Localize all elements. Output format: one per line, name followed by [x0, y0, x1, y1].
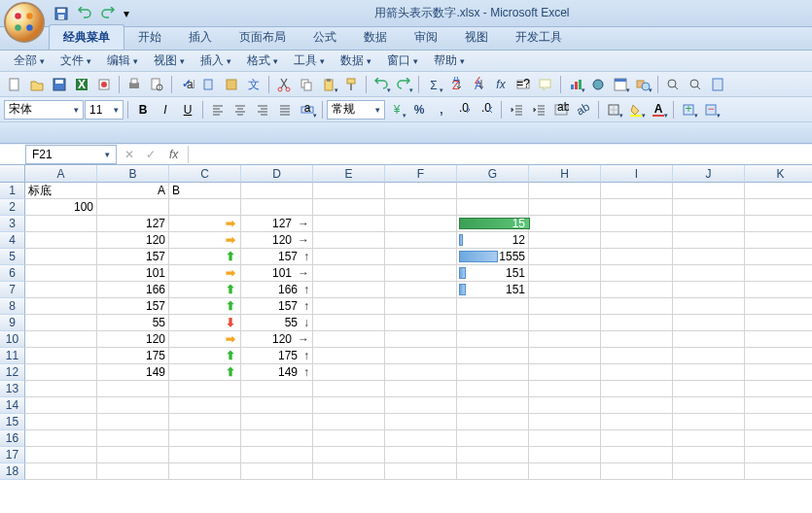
tab-data[interactable]: 数据 [350, 25, 401, 50]
cell-J2[interactable] [673, 199, 745, 216]
cell-J16[interactable] [673, 430, 745, 447]
cell-E16[interactable] [313, 430, 385, 447]
col-header-B[interactable]: B [97, 165, 169, 183]
cell-A4[interactable] [25, 232, 97, 249]
row-header-14[interactable]: 14 [0, 397, 25, 414]
cell-J4[interactable] [673, 232, 745, 249]
undo-icon[interactable] [74, 3, 95, 24]
tab-developer[interactable]: 开发工具 [502, 25, 576, 50]
fx-icon[interactable]: fx [163, 148, 184, 161]
cell-C2[interactable] [169, 199, 241, 216]
cell-G13[interactable] [457, 381, 529, 397]
row-header-2[interactable]: 2 [0, 199, 25, 216]
cell-C13[interactable] [169, 381, 241, 397]
save-icon[interactable] [49, 74, 70, 95]
open-icon[interactable] [26, 74, 48, 95]
col-header-D[interactable]: D [241, 165, 313, 183]
cell-J14[interactable] [673, 397, 745, 414]
decrease-indent-icon[interactable] [506, 99, 527, 120]
cell-K16[interactable] [745, 430, 812, 447]
cell-B1[interactable]: A [97, 183, 169, 199]
cell-I17[interactable] [601, 447, 673, 463]
row-header-4[interactable]: 4 [0, 232, 25, 249]
undo-icon[interactable] [371, 74, 392, 95]
cell-E11[interactable] [313, 348, 385, 364]
insert-cells-icon[interactable]: + [678, 99, 699, 120]
cell-K1[interactable] [745, 183, 812, 199]
cell-B6[interactable]: 101 [97, 265, 169, 282]
tab-page-layout[interactable]: 页面布局 [226, 25, 300, 50]
cell-H17[interactable] [529, 447, 601, 463]
cell-B11[interactable]: 175 [97, 348, 169, 364]
cell-J7[interactable] [673, 282, 745, 298]
col-header-K[interactable]: K [745, 165, 812, 183]
cell-G12[interactable] [457, 364, 529, 381]
cell-I15[interactable] [601, 414, 673, 430]
cell-F6[interactable] [385, 265, 457, 282]
cell-A7[interactable] [25, 282, 97, 298]
row-header-6[interactable]: 6 [0, 265, 25, 282]
cell-C4[interactable]: ➡ [169, 232, 241, 249]
cell-I8[interactable] [601, 298, 673, 315]
cell-B16[interactable] [97, 430, 169, 447]
cell-F12[interactable] [385, 364, 457, 381]
cell-A6[interactable] [25, 265, 97, 282]
redo-icon[interactable] [97, 3, 119, 24]
cell-A16[interactable] [25, 430, 97, 447]
cell-H14[interactable] [529, 397, 601, 414]
cell-F3[interactable] [385, 216, 457, 232]
cell-F15[interactable] [385, 414, 457, 430]
cell-K9[interactable] [745, 315, 812, 331]
cell-I2[interactable] [601, 199, 673, 216]
zoom-in-icon[interactable] [662, 74, 684, 95]
cell-K8[interactable] [745, 298, 812, 315]
name-box[interactable]: F21 [25, 145, 117, 164]
cell-J12[interactable] [673, 364, 745, 381]
cell-A2[interactable]: 100 [25, 199, 97, 216]
cell-I14[interactable] [601, 397, 673, 414]
cell-H15[interactable] [529, 414, 601, 430]
cell-E15[interactable] [313, 414, 385, 430]
cell-C3[interactable]: ➡ [169, 216, 241, 232]
cell-F9[interactable] [385, 315, 457, 331]
cell-B3[interactable]: 127 [97, 216, 169, 232]
cell-I11[interactable] [601, 348, 673, 364]
tab-formula[interactable]: 公式 [300, 25, 350, 50]
cell-F16[interactable] [385, 430, 457, 447]
cell-B13[interactable] [97, 381, 169, 397]
cell-G14[interactable] [457, 397, 529, 414]
cell-J18[interactable] [673, 463, 745, 480]
cell-G15[interactable] [457, 414, 529, 430]
cell-K15[interactable] [745, 414, 812, 430]
cell-A10[interactable] [25, 331, 97, 348]
show-formulas-icon[interactable]: =? [512, 74, 534, 95]
cell-E14[interactable] [313, 397, 385, 414]
cell-D10[interactable]: 120→ [241, 331, 313, 348]
cell-B2[interactable] [97, 199, 169, 216]
cell-A15[interactable] [25, 414, 97, 430]
excel-icon[interactable]: X [71, 74, 92, 95]
orientation-icon[interactable]: ab [573, 99, 594, 120]
tab-review[interactable]: 审阅 [401, 25, 451, 50]
cell-B17[interactable] [97, 447, 169, 463]
align-left-icon[interactable] [207, 99, 229, 120]
cell-A3[interactable] [25, 216, 97, 232]
menu-tools[interactable]: 工具 [286, 51, 333, 71]
cell-C5[interactable]: ⬆ [169, 249, 241, 265]
cell-F8[interactable] [385, 298, 457, 315]
formula-input[interactable] [188, 146, 812, 163]
cell-K18[interactable] [745, 463, 812, 480]
cell-D5[interactable]: 157↑ [241, 249, 313, 265]
cell-C17[interactable] [169, 447, 241, 463]
copy-icon[interactable] [296, 74, 317, 95]
cell-D3[interactable]: 127→ [241, 216, 313, 232]
cell-J3[interactable] [673, 216, 745, 232]
chart-icon[interactable] [565, 74, 586, 95]
decrease-decimal-icon[interactable]: .0 [476, 99, 497, 120]
row-header-9[interactable]: 9 [0, 315, 25, 331]
cell-B5[interactable]: 157 [97, 249, 169, 265]
format-painter-icon[interactable] [340, 74, 362, 95]
row-header-5[interactable]: 5 [0, 249, 25, 265]
cell-H18[interactable] [529, 463, 601, 480]
col-header-C[interactable]: C [169, 165, 241, 183]
